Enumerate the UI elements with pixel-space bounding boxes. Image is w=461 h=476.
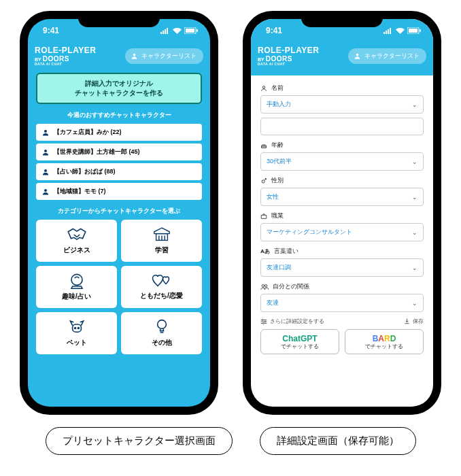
chevron-down-icon: ⌄ — [412, 229, 417, 236]
field-relation: 自分との関係 友達 ⌄ — [260, 282, 424, 312]
svg-point-10 — [44, 169, 47, 172]
chevron-down-icon: ⌄ — [412, 194, 417, 201]
svg-point-25 — [356, 54, 359, 56]
person-icon — [41, 188, 50, 196]
svg-rect-23 — [409, 29, 417, 33]
svg-rect-14 — [72, 324, 81, 332]
svg-rect-19 — [386, 31, 387, 34]
person-icon — [354, 52, 361, 60]
gender-icon — [260, 177, 267, 184]
category-study[interactable]: 学習 — [121, 220, 202, 262]
svg-point-9 — [44, 150, 47, 152]
status-icons — [160, 27, 198, 34]
chevron-down-icon: ⌄ — [412, 300, 417, 307]
more-settings-link[interactable]: さらに詳細設定をする — [260, 318, 324, 325]
svg-point-8 — [44, 130, 47, 133]
svg-point-34 — [262, 322, 264, 324]
svg-rect-20 — [388, 29, 389, 34]
dog-icon — [68, 319, 86, 335]
app-header: ROLE-PLAYER BY DOORS DATA AI CHAT キャラクター… — [28, 42, 210, 73]
svg-point-33 — [264, 321, 266, 322]
cake-icon — [260, 142, 267, 149]
svg-point-28 — [262, 180, 264, 182]
bard-button[interactable]: BARD でチャットする — [345, 329, 424, 354]
category-title: カテゴリーからチャットキャラクターを選ぶ — [36, 207, 202, 216]
svg-rect-21 — [390, 28, 391, 34]
svg-point-26 — [262, 86, 264, 88]
download-icon — [404, 318, 410, 324]
briefcase-icon — [260, 213, 267, 220]
hearts-icon — [152, 273, 172, 288]
recommend-item[interactable]: 【世界史講師】土方雄一郎 (45) — [36, 143, 202, 160]
app-header: ROLE-PLAYER BY DOORS DATA AI CHAT キャラクター… — [251, 42, 433, 75]
name-select[interactable]: 手動入力 ⌄ — [260, 95, 424, 114]
character-list-button[interactable]: キャラクターリスト — [348, 48, 426, 64]
category-friend[interactable]: ともだち/恋愛 — [121, 266, 202, 308]
gender-select[interactable]: 女性 ⌄ — [260, 188, 424, 206]
field-tone: Aあ 言葉遣い 友達口調 ⌄ — [260, 247, 424, 277]
svg-point-30 — [262, 284, 264, 286]
person-outline-icon — [260, 85, 267, 92]
recommend-title: 今週のおすすめチャットキャラクター — [36, 111, 202, 120]
svg-point-7 — [133, 54, 136, 56]
svg-rect-2 — [165, 29, 166, 34]
save-button[interactable]: 保存 — [404, 318, 424, 325]
field-gender: 性別 女性 ⌄ — [260, 176, 424, 206]
status-icons — [383, 27, 421, 34]
person-icon — [41, 168, 50, 176]
caption-left: プリセットキャラクター選択画面 — [46, 427, 233, 455]
notch — [78, 12, 160, 27]
recommend-item[interactable]: 【地域猫】モモ (7) — [36, 183, 202, 200]
svg-point-16 — [78, 328, 79, 329]
phone-left: 9:41 ROLE-PLAYER BY DOORS DATA AI CHAT キ… — [21, 12, 217, 413]
svg-rect-5 — [186, 29, 194, 33]
text-icon: Aあ — [260, 248, 270, 255]
field-age: 年齢 30代前半 ⌄ — [260, 141, 424, 171]
svg-point-17 — [157, 320, 166, 329]
screen-preset: 9:41 ROLE-PLAYER BY DOORS DATA AI CHAT キ… — [28, 19, 210, 407]
phone-right: 9:41 ROLE-PLAYER BY DOORS DATA AI CHAT キ… — [244, 12, 440, 413]
chevron-down-icon: ⌄ — [412, 265, 417, 271]
status-time: 9:41 — [43, 26, 59, 35]
character-list-button[interactable]: キャラクターリスト — [125, 48, 203, 64]
field-name: 名前 手動入力 ⌄ — [260, 84, 424, 135]
notch — [301, 12, 383, 27]
caption-right: 詳細設定画面（保存可能） — [260, 427, 416, 455]
app-logo: ROLE-PLAYER BY DOORS DATA AI CHAT — [258, 46, 319, 66]
crystal-ball-icon — [68, 273, 86, 289]
person-icon — [131, 52, 138, 60]
category-pet[interactable]: ペット — [36, 312, 117, 354]
school-icon — [152, 226, 171, 243]
chevron-down-icon: ⌄ — [412, 158, 417, 165]
person-icon — [41, 129, 50, 137]
people-icon — [260, 284, 269, 290]
svg-point-11 — [44, 189, 47, 192]
svg-rect-6 — [197, 29, 198, 32]
handshake-icon — [65, 226, 88, 243]
status-time: 9:41 — [266, 26, 282, 35]
svg-point-13 — [71, 274, 82, 285]
svg-rect-24 — [420, 29, 421, 32]
relation-select[interactable]: 友達 ⌄ — [260, 294, 424, 312]
svg-rect-3 — [167, 28, 168, 34]
tone-select[interactable]: 友達口調 ⌄ — [260, 258, 424, 277]
job-select[interactable]: マーケティングコンサルタント ⌄ — [260, 223, 424, 241]
app-logo: ROLE-PLAYER BY DOORS DATA AI CHAT — [35, 46, 96, 66]
svg-rect-18 — [383, 32, 385, 34]
recommend-item[interactable]: 【カフェ店員】みか (22) — [36, 124, 202, 141]
field-job: 職業 マーケティングコンサルタント ⌄ — [260, 211, 424, 241]
svg-rect-0 — [160, 32, 162, 34]
name-text-input[interactable] — [260, 118, 424, 135]
chevron-down-icon: ⌄ — [412, 101, 417, 108]
svg-rect-1 — [163, 31, 164, 34]
svg-point-15 — [74, 328, 75, 329]
chatgpt-button[interactable]: ChatGPT でチャットする — [260, 329, 339, 354]
category-hobby[interactable]: 趣味/占い — [36, 266, 117, 308]
recommend-item[interactable]: 【占い師】おばば (88) — [36, 163, 202, 180]
sliders-icon — [260, 319, 267, 324]
category-other[interactable]: その他 — [121, 312, 202, 354]
age-select[interactable]: 30代前半 ⌄ — [260, 152, 424, 171]
bard-brand: BARD — [348, 334, 420, 343]
create-character-button[interactable]: 詳細入力でオリジナル チャットキャラクターを作る — [36, 73, 202, 104]
category-business[interactable]: ビジネス — [36, 220, 117, 262]
